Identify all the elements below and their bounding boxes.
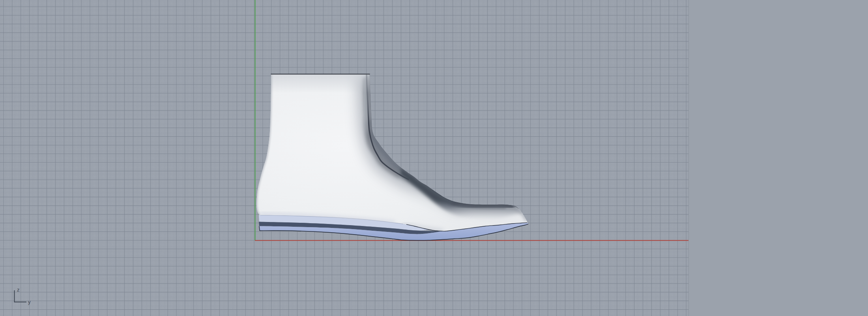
svg-text:y: y [28,299,31,305]
svg-text:z: z [17,287,20,293]
